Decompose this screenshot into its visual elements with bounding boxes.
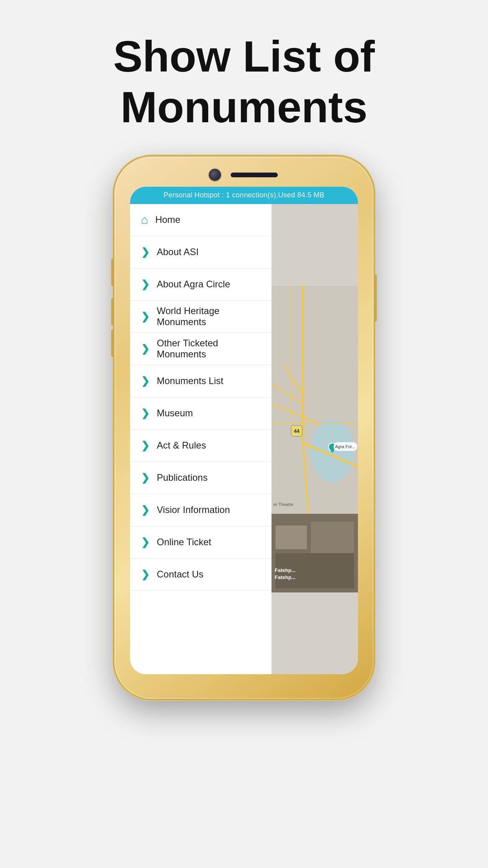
menu-item-about-asi[interactable]: ❯ About ASI <box>130 236 272 268</box>
menu-label: Museum <box>157 408 193 419</box>
nav-menu: ⌂ Home ❯ About ASI ❯ About Agra Circle ❯… <box>130 204 272 674</box>
map-view: 44 Agra For... er Theatre <box>272 204 358 674</box>
content-area: ⌂ Home ❯ About ASI ❯ About Agra Circle ❯… <box>130 204 358 674</box>
menu-item-home[interactable]: ⌂ Home <box>130 204 272 236</box>
chevron-icon: ❯ <box>141 408 150 418</box>
menu-label: Monuments List <box>157 375 223 386</box>
menu-item-monuments-list[interactable]: ❯ Monuments List <box>130 365 272 397</box>
status-bar: Personal Hotspot : 1 connection(s),Used … <box>130 187 358 204</box>
status-bar-text: Personal Hotspot : 1 connection(s),Used … <box>163 191 324 199</box>
phone-device: Personal Hotspot : 1 connection(s),Used … <box>114 156 374 699</box>
chevron-icon: ❯ <box>141 473 150 483</box>
speaker-icon <box>231 173 278 177</box>
menu-label: Contact Us <box>157 569 204 580</box>
chevron-icon: ❯ <box>141 440 150 451</box>
chevron-icon: ❯ <box>141 376 150 386</box>
chevron-icon: ❯ <box>141 344 150 354</box>
svg-rect-19 <box>275 526 307 549</box>
menu-item-world-heritage[interactable]: ❯ World Heritage Monuments <box>130 301 272 333</box>
menu-item-online-ticket[interactable]: ❯ Online Ticket <box>130 526 272 559</box>
menu-label: About ASI <box>157 246 199 257</box>
svg-text:Fatehp...: Fatehp... <box>275 574 295 580</box>
chevron-icon: ❯ <box>141 247 150 257</box>
menu-label: About Agra Circle <box>157 279 230 290</box>
chevron-icon: ❯ <box>141 537 150 547</box>
chevron-icon: ❯ <box>141 311 150 322</box>
menu-label: Act & Rules <box>157 440 206 451</box>
home-label: Home <box>155 214 180 225</box>
svg-text:er Theatre: er Theatre <box>273 502 294 507</box>
svg-rect-20 <box>311 522 354 553</box>
menu-item-about-agra-circle[interactable]: ❯ About Agra Circle <box>130 268 272 301</box>
menu-item-contact-us[interactable]: ❯ Contact Us <box>130 559 272 591</box>
front-camera-icon <box>210 170 220 180</box>
menu-item-other-ticketed[interactable]: ❯ Other Ticketed Monuments <box>130 333 272 365</box>
page-title: Show List of Monuments <box>67 31 421 133</box>
svg-point-13 <box>331 448 334 452</box>
svg-text:Agra For...: Agra For... <box>335 444 355 449</box>
svg-text:44: 44 <box>294 428 300 434</box>
menu-item-museum[interactable]: ❯ Museum <box>130 397 272 430</box>
home-icon: ⌂ <box>141 214 148 226</box>
menu-label: Other Ticketed Monuments <box>157 338 261 360</box>
menu-label: Online Ticket <box>157 537 211 548</box>
menu-label: Visior Information <box>157 504 230 515</box>
menu-item-act-rules[interactable]: ❯ Act & Rules <box>130 430 272 462</box>
phone-top-bar <box>114 156 374 183</box>
menu-item-publications[interactable]: ❯ Publications <box>130 462 272 494</box>
chevron-icon: ❯ <box>141 505 150 515</box>
menu-label: Publications <box>157 472 207 483</box>
phone-screen: Personal Hotspot : 1 connection(s),Used … <box>130 187 358 674</box>
chevron-icon: ❯ <box>141 569 150 579</box>
menu-label: World Heritage Monuments <box>157 305 261 327</box>
menu-item-visitor-info[interactable]: ❯ Visior Information <box>130 494 272 526</box>
chevron-icon: ❯ <box>141 279 150 289</box>
svg-text:Fatehp...: Fatehp... <box>275 567 295 573</box>
